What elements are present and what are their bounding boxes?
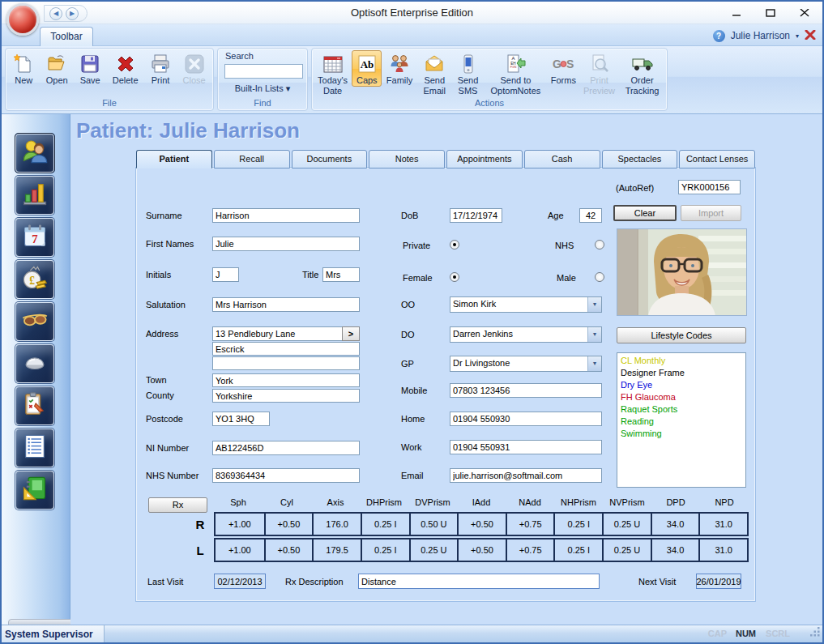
- tab-cash[interactable]: Cash: [524, 150, 600, 168]
- sidebar-item-patients[interactable]: [15, 134, 54, 173]
- maximize-button[interactable]: [759, 5, 782, 21]
- oo-dropdown[interactable]: Simon Kirk▾: [450, 296, 602, 313]
- patient-photo[interactable]: [617, 228, 747, 316]
- new-button[interactable]: New: [12, 50, 35, 87]
- rx-cell[interactable]: 34.0: [651, 540, 699, 561]
- rx-cell[interactable]: +0.50: [264, 540, 313, 561]
- close-file-button[interactable]: Close: [182, 50, 207, 87]
- todays-date-button[interactable]: Today's Date: [314, 50, 352, 96]
- delete-button[interactable]: Delete: [112, 50, 139, 87]
- save-button[interactable]: Save: [79, 50, 101, 87]
- female-radio[interactable]: [450, 272, 459, 282]
- sidebar-item-till[interactable]: £: [15, 260, 54, 299]
- list-item[interactable]: Designer Frame: [621, 367, 742, 379]
- email-field[interactable]: [450, 468, 602, 483]
- rx-cell[interactable]: 0.25 I: [361, 514, 409, 535]
- rx-cell[interactable]: 31.0: [698, 514, 747, 535]
- list-item[interactable]: FH Glaucoma: [621, 391, 742, 403]
- tab-contact-lenses[interactable]: Contact Lenses: [679, 150, 755, 168]
- do-dropdown[interactable]: Darren Jenkins▾: [450, 326, 602, 343]
- send-email-button[interactable]: Send Email: [417, 50, 452, 96]
- sidebar-item-diary[interactable]: 7: [15, 218, 54, 257]
- dob-field[interactable]: [450, 208, 502, 223]
- caps-button[interactable]: Ab Caps: [352, 50, 382, 87]
- town-field[interactable]: [212, 373, 360, 387]
- rx-cell[interactable]: +0.75: [506, 514, 554, 535]
- address-line1-field[interactable]: [212, 326, 360, 341]
- address-line2-field[interactable]: [212, 342, 360, 356]
- rx-cell[interactable]: 0.25 I: [361, 540, 409, 561]
- list-item[interactable]: Raquet Sports: [621, 403, 742, 416]
- sidebar-item-lists[interactable]: [15, 429, 54, 467]
- rx-cell[interactable]: 0.25 U: [602, 540, 651, 561]
- surname-field[interactable]: [212, 208, 360, 223]
- order-tracking-button[interactable]: Order Tracking: [619, 50, 665, 96]
- county-field[interactable]: [212, 389, 360, 403]
- autoref-field[interactable]: [678, 180, 741, 194]
- clear-button[interactable]: Clear: [613, 205, 677, 221]
- search-input[interactable]: [224, 64, 303, 79]
- sidebar-item-frames[interactable]: [15, 302, 54, 341]
- sign-out-icon[interactable]: [805, 28, 816, 43]
- builtin-lists-dropdown[interactable]: Built-In Lists ▾: [218, 83, 307, 94]
- family-button[interactable]: Family: [382, 50, 416, 87]
- title-field[interactable]: [322, 267, 360, 282]
- rx-cell[interactable]: 0.50 U: [409, 514, 458, 535]
- gp-dropdown[interactable]: Dr Livingstone▾: [450, 356, 602, 372]
- address-line3-field[interactable]: [212, 356, 360, 370]
- list-item[interactable]: Dry Eye: [621, 379, 742, 391]
- nhs-number-field[interactable]: [212, 468, 360, 483]
- sidebar-item-contact-lenses[interactable]: [15, 344, 54, 383]
- ni-number-field[interactable]: [212, 441, 360, 455]
- rx-cell[interactable]: +1.00: [216, 514, 264, 535]
- rx-cell[interactable]: 0.25 U: [409, 540, 458, 561]
- forms-button[interactable]: GS Forms: [548, 50, 579, 87]
- rx-cell[interactable]: 176.0: [312, 514, 361, 535]
- list-item[interactable]: Swimming: [621, 428, 742, 440]
- nhs-radio[interactable]: [595, 240, 604, 249]
- close-button[interactable]: [793, 5, 816, 21]
- rx-cell[interactable]: 0.25 U: [602, 514, 651, 535]
- send-to-optomnotes-button[interactable]: AEHFGN Send to OptomNotes: [484, 50, 548, 96]
- private-radio[interactable]: [450, 240, 459, 249]
- minimize-button[interactable]: [725, 5, 748, 21]
- rx-cell[interactable]: 31.0: [698, 540, 747, 561]
- toolbar-ribbon-tab[interactable]: Toolbar: [40, 27, 93, 46]
- tab-spectacles[interactable]: Spectacles: [602, 150, 678, 168]
- app-menu-orb[interactable]: [6, 3, 39, 36]
- import-button[interactable]: Import: [681, 205, 741, 221]
- list-item[interactable]: Reading: [621, 416, 742, 428]
- rx-cell[interactable]: 179.5: [312, 540, 361, 561]
- list-item[interactable]: CL Monthly: [621, 355, 742, 367]
- current-user-menu[interactable]: Julie Harrison: [731, 30, 790, 41]
- resize-grip[interactable]: [810, 626, 821, 641]
- open-button[interactable]: Open: [45, 50, 69, 87]
- rx-cell[interactable]: +1.00: [216, 540, 264, 561]
- salutation-field[interactable]: [212, 297, 360, 312]
- print-preview-button[interactable]: Print Preview: [579, 50, 619, 96]
- tab-appointments[interactable]: Appointments: [446, 150, 523, 168]
- postcode-field[interactable]: [212, 412, 270, 426]
- tab-patient[interactable]: Patient: [136, 150, 212, 168]
- home-field[interactable]: [450, 412, 602, 426]
- tab-notes[interactable]: Notes: [369, 150, 445, 168]
- rx-button[interactable]: Rx: [148, 497, 207, 513]
- rx-description-field[interactable]: [358, 574, 600, 589]
- male-radio[interactable]: [595, 272, 604, 282]
- rx-cell[interactable]: +0.75: [506, 540, 554, 561]
- rx-cell[interactable]: +0.50: [264, 514, 313, 535]
- sidebar-item-tasks[interactable]: [15, 386, 54, 425]
- lifestyle-codes-button[interactable]: Lifestyle Codes: [617, 327, 746, 343]
- sidebar-item-reports[interactable]: [15, 176, 54, 215]
- tab-recall[interactable]: Recall: [214, 150, 290, 168]
- address-expand-button[interactable]: >: [342, 326, 360, 341]
- work-field[interactable]: [450, 440, 602, 454]
- tab-documents[interactable]: Documents: [292, 150, 368, 168]
- rx-cell[interactable]: 0.25 I: [553, 514, 602, 535]
- first-names-field[interactable]: [212, 237, 360, 251]
- rx-cell[interactable]: 34.0: [651, 514, 699, 535]
- help-icon[interactable]: ?: [713, 30, 725, 42]
- sidebar-item-design[interactable]: [15, 471, 54, 510]
- print-button[interactable]: Print: [149, 50, 172, 87]
- initials-field[interactable]: [212, 267, 239, 282]
